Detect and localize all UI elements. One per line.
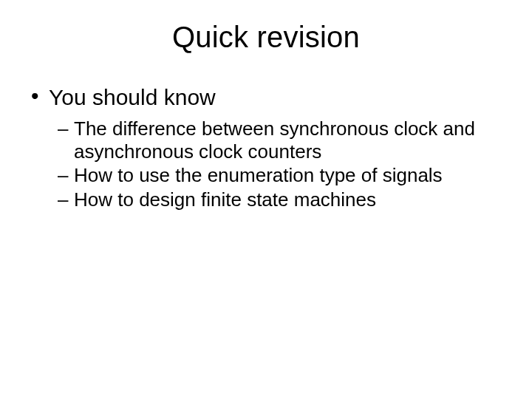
- slide: Quick revision You should know The diffe…: [0, 21, 532, 399]
- bullet-level2: How to use the enumeration type of signa…: [31, 164, 501, 187]
- bullet-level2: The difference between synchronous clock…: [31, 117, 501, 163]
- bullet-level1: You should know: [31, 85, 501, 110]
- slide-body: You should know The difference between s…: [0, 85, 532, 211]
- bullet-level2: How to design finite state machines: [31, 188, 501, 211]
- slide-title: Quick revision: [0, 21, 532, 54]
